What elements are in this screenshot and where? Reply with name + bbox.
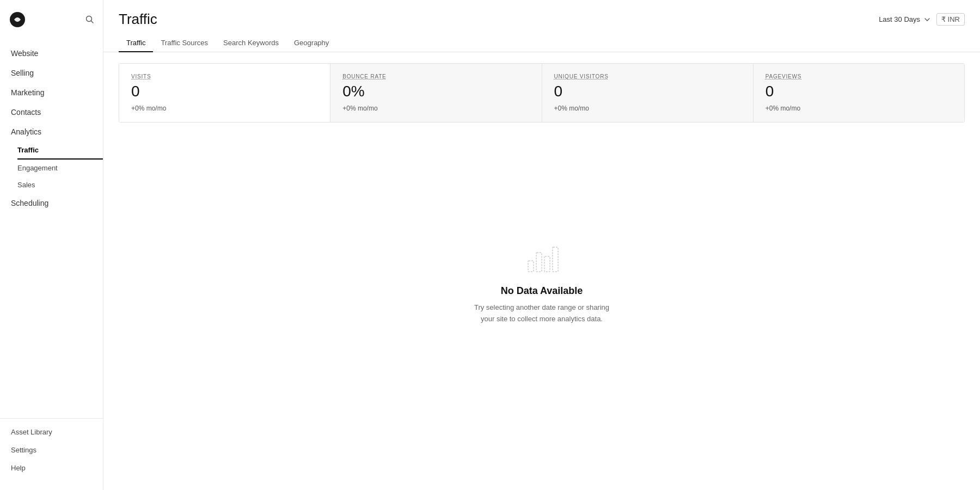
sidebar-item-settings[interactable]: Settings (0, 441, 103, 459)
sidebar: Website Selling Marketing Contacts Analy… (0, 0, 103, 490)
sidebar-nav: Website Selling Marketing Contacts Analy… (0, 39, 103, 418)
sidebar-sub-item-traffic[interactable]: Traffic (17, 142, 103, 160)
empty-state-title: No Data Available (501, 285, 583, 297)
sidebar-sub-item-engagement[interactable]: Engagement (0, 160, 103, 176)
sidebar-item-scheduling[interactable]: Scheduling (0, 193, 103, 213)
page-header: Traffic Last 30 Days ₹ INR (103, 0, 980, 28)
stat-change-unique-visitors: +0% mo/mo (554, 105, 741, 112)
date-range-dropdown[interactable]: Last 30 Days (879, 15, 930, 23)
stat-label-unique-visitors: UNIQUE VISITORS (554, 74, 741, 79)
tab-geography[interactable]: Geography (286, 34, 336, 52)
stat-change-visits: +0% mo/mo (131, 105, 318, 112)
stat-card-visits: VISITS 0 +0% mo/mo (119, 64, 330, 122)
svg-rect-5 (544, 256, 550, 272)
sidebar-item-help[interactable]: Help (0, 459, 103, 477)
page-title: Traffic (119, 11, 157, 28)
svg-line-2 (91, 21, 94, 23)
stat-card-pageviews: PAGEVIEWS 0 +0% mo/mo (754, 64, 964, 122)
sidebar-bottom: Asset Library Settings Help (0, 418, 103, 481)
tab-traffic-sources[interactable]: Traffic Sources (153, 34, 216, 52)
tab-bar: Traffic Traffic Sources Search Keywords … (103, 28, 980, 52)
svg-point-1 (87, 16, 92, 22)
stat-change-pageviews: +0% mo/mo (765, 105, 952, 112)
sidebar-item-marketing[interactable]: Marketing (0, 83, 103, 102)
svg-rect-6 (553, 247, 558, 272)
svg-rect-4 (536, 253, 542, 272)
sidebar-item-website[interactable]: Website (0, 44, 103, 63)
stat-label-bounce-rate: BOUNCE RATE (342, 74, 529, 79)
stat-value-visits: 0 (131, 83, 318, 100)
stat-value-pageviews: 0 (765, 83, 952, 100)
squarespace-logo[interactable] (9, 11, 26, 30)
search-button[interactable] (85, 15, 94, 26)
sidebar-item-analytics[interactable]: Analytics (0, 122, 103, 142)
stat-label-visits: VISITS (131, 74, 318, 79)
stat-card-bounce-rate: BOUNCE RATE 0% +0% mo/mo (330, 64, 542, 122)
header-controls: Last 30 Days ₹ INR (879, 13, 965, 26)
empty-state-subtitle: Try selecting another date range or shar… (474, 302, 609, 325)
tab-search-keywords[interactable]: Search Keywords (216, 34, 286, 52)
stats-row: VISITS 0 +0% mo/mo BOUNCE RATE 0% +0% mo… (119, 63, 965, 122)
empty-chart-icon (523, 244, 561, 274)
sidebar-sub-item-sales[interactable]: Sales (0, 176, 103, 193)
currency-selector[interactable]: ₹ INR (936, 13, 965, 26)
stat-label-pageviews: PAGEVIEWS (765, 74, 952, 79)
stat-value-unique-visitors: 0 (554, 83, 741, 100)
stat-value-bounce-rate: 0% (342, 83, 529, 100)
svg-rect-3 (528, 261, 534, 272)
sidebar-logo-area (0, 9, 103, 39)
sidebar-item-asset-library[interactable]: Asset Library (0, 423, 103, 441)
main-content: Traffic Last 30 Days ₹ INR Traffic Traff… (103, 0, 980, 490)
tab-traffic[interactable]: Traffic (119, 34, 153, 52)
stat-change-bounce-rate: +0% mo/mo (342, 105, 529, 112)
sidebar-item-selling[interactable]: Selling (0, 63, 103, 83)
empty-state: No Data Available Try selecting another … (103, 122, 980, 490)
stat-card-unique-visitors: UNIQUE VISITORS 0 +0% mo/mo (542, 64, 754, 122)
sidebar-item-contacts[interactable]: Contacts (0, 102, 103, 122)
